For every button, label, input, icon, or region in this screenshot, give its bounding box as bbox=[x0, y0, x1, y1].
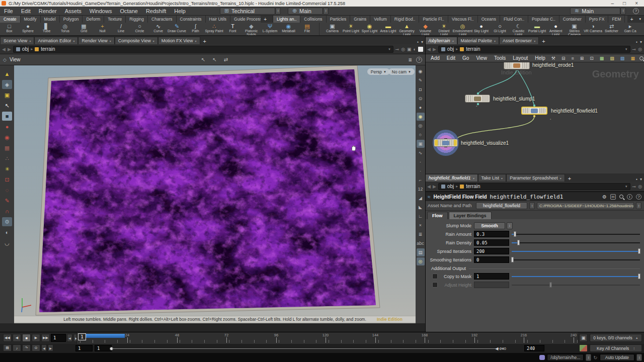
add-shelf-tab-button[interactable]: + bbox=[627, 16, 636, 23]
new-pane-tab-button[interactable]: + bbox=[200, 38, 209, 44]
network-menu-item[interactable]: Add bbox=[427, 55, 443, 61]
tab-menu-icon[interactable]: ▾ bbox=[452, 39, 454, 43]
pane-tab-take-list[interactable]: Take List▾ bbox=[478, 174, 507, 182]
forward-icon[interactable]: ▶ bbox=[433, 184, 436, 189]
prev-key-button[interactable]: ◀ bbox=[67, 334, 72, 342]
display-option-icon[interactable]: 12 bbox=[417, 185, 425, 193]
shelf-tool[interactable]: + Null bbox=[93, 23, 112, 33]
display-option-icon[interactable]: ◎ bbox=[417, 122, 425, 130]
main-selector[interactable]: ⊕ Main bbox=[288, 8, 323, 15]
shelf-tab[interactable]: Rigging bbox=[126, 16, 148, 23]
path-dropdown-icon[interactable]: ▾ bbox=[388, 47, 390, 51]
follow-playbar-icon[interactable]: ↷ bbox=[22, 344, 31, 351]
go-to-start-button[interactable]: ◀◀ bbox=[3, 334, 12, 342]
display-option-icon[interactable]: ⊙ bbox=[417, 95, 425, 103]
realtime-toggle-icon[interactable]: ⊙ bbox=[32, 344, 40, 351]
dropdown-spinner[interactable]: ↕ bbox=[507, 222, 513, 229]
pane-split-icon[interactable]: ▾ bbox=[640, 177, 642, 182]
pane-tab[interactable]: Render View▾ bbox=[78, 37, 114, 44]
tab-menu-icon[interactable]: ▾ bbox=[195, 39, 197, 43]
menu-item[interactable]: Redshift bbox=[142, 8, 170, 14]
display-option-icon[interactable]: ≣ bbox=[417, 230, 425, 238]
menu-item[interactable]: Render bbox=[35, 8, 61, 14]
range-slide-right-icon[interactable]: ▶ bbox=[48, 344, 53, 351]
shelf-tool[interactable]: / Line bbox=[112, 23, 130, 33]
pane-tab-parameters[interactable]: heightfield_flowfield1▾ bbox=[425, 174, 478, 182]
pin-icon[interactable]: ⊸ bbox=[632, 47, 636, 52]
asset-path-field[interactable]: C:/PROGRA~1/SIDEEF~1/HOUDIN~1.258/houdin… bbox=[537, 202, 634, 209]
close-button[interactable]: × bbox=[635, 1, 638, 6]
path-dropdown-icon[interactable]: ▾ bbox=[625, 47, 627, 51]
search-icon[interactable] bbox=[639, 56, 643, 60]
shelf-tool[interactable]: T Font bbox=[223, 23, 242, 33]
pane-menu-icon[interactable]: ▪ bbox=[636, 40, 637, 44]
ghost-icon[interactable]: ◐ bbox=[414, 47, 416, 52]
toolbar-icon[interactable]: ∴ bbox=[2, 154, 12, 163]
toolbar-icon[interactable]: ◈ bbox=[2, 80, 12, 89]
add-shelf-tab-button[interactable]: + bbox=[261, 16, 270, 23]
shelf-tab[interactable]: Vellum bbox=[370, 16, 391, 23]
shelf-tab[interactable]: Particles bbox=[327, 16, 351, 23]
auto-update-dropdown[interactable]: Auto Update bbox=[600, 354, 634, 361]
pane-tab-material-palette[interactable]: Material Palette▾ bbox=[457, 37, 500, 44]
path-node[interactable]: terrain bbox=[41, 46, 55, 52]
shelf-tool[interactable]: ☀ Distant Light bbox=[435, 23, 453, 35]
display-option-icon[interactable]: ∙ bbox=[417, 167, 425, 175]
path-widget[interactable]: obj ▸ terrain ▾ bbox=[13, 46, 393, 53]
shelf-tab[interactable]: Grains bbox=[350, 16, 370, 23]
pane-splitter[interactable] bbox=[425, 36, 426, 332]
message-bubble-icon[interactable] bbox=[539, 355, 545, 360]
node-name-field[interactable]: heightfield_flowfield1 bbox=[490, 194, 599, 200]
shelf-tab[interactable]: Deform bbox=[83, 16, 104, 23]
forward-icon[interactable]: ▶ bbox=[8, 47, 11, 52]
node-heightfield-visualize[interactable] bbox=[434, 139, 458, 147]
toolbar-icon[interactable]: ▣ bbox=[2, 90, 12, 100]
pane-split-icon[interactable]: ▾ bbox=[421, 40, 423, 44]
shelf-tab[interactable]: Create bbox=[0, 16, 21, 23]
display-option-icon[interactable]: · bbox=[417, 158, 425, 166]
shelf-tab[interactable]: Pyro FX bbox=[586, 16, 609, 23]
new-pane-tab-button[interactable]: + bbox=[539, 38, 548, 44]
network-menu-item[interactable]: Go bbox=[459, 55, 472, 61]
network-editor[interactable]: Geometry Indie Edition heightfield_erode… bbox=[425, 62, 644, 173]
shelf-tool[interactable]: ● Sky Light bbox=[472, 23, 491, 33]
network-menu-item[interactable]: Layout bbox=[509, 55, 531, 61]
shelf-tool[interactable]: ◑ VR Camera bbox=[584, 23, 602, 33]
snapshot-box-icon[interactable]: ▣ bbox=[407, 47, 412, 52]
node-heightfield-slump[interactable] bbox=[465, 95, 490, 103]
shelf-tool[interactable]: Ψ L-System bbox=[261, 23, 279, 33]
param-value-field[interactable]: 200 bbox=[474, 248, 509, 254]
transform-icon[interactable]: ⇄ bbox=[224, 57, 228, 62]
tab-menu-icon[interactable]: ▾ bbox=[534, 39, 535, 43]
refresh-icon[interactable]: ↻ bbox=[593, 355, 597, 360]
shelf-tab[interactable]: FEM bbox=[608, 16, 625, 23]
menu-item[interactable]: Windows bbox=[86, 8, 116, 14]
path-widget[interactable]: obj ▸ terrain ▾ bbox=[438, 46, 630, 53]
menu-item[interactable]: Edit bbox=[17, 8, 35, 14]
shelf-tool[interactable]: □ Box bbox=[0, 23, 19, 33]
range-slide-left-icon[interactable]: ◀ bbox=[41, 344, 47, 351]
param-value-field[interactable]: 0 bbox=[474, 256, 509, 263]
viewport-help-icon[interactable]: ? bbox=[416, 57, 422, 63]
tools-icon[interactable]: ⚒ bbox=[550, 56, 557, 61]
shelf-tab[interactable]: Modify bbox=[21, 16, 41, 23]
pin-icon[interactable]: ⊸ bbox=[395, 47, 399, 52]
shelf-tab[interactable]: Oceans bbox=[478, 16, 500, 23]
network-menu-item[interactable]: Tools bbox=[491, 55, 509, 61]
toolbar-icon[interactable]: ⊡ bbox=[2, 175, 12, 184]
shelf-tab[interactable]: Guide Process bbox=[230, 16, 261, 23]
key-all-channels-dropdown[interactable]: Key All Channels ↕ bbox=[590, 344, 642, 352]
shelf-tool[interactable]: ● Sphere bbox=[19, 23, 37, 33]
asset-name-dropdown[interactable]: heightfield_flowfield bbox=[476, 202, 527, 209]
shelf-tab[interactable]: Populate C.. bbox=[528, 16, 559, 23]
keyframe-icon[interactable] bbox=[579, 344, 588, 352]
tab-layer-bindings[interactable]: Layer Bindings bbox=[449, 212, 492, 219]
thumbnails-icon[interactable]: ⊡ bbox=[588, 56, 595, 61]
network-box-icon[interactable]: ▧ bbox=[619, 56, 626, 61]
path-dropdown-icon[interactable]: ▾ bbox=[625, 185, 627, 189]
toolbar-icon[interactable]: ↖ bbox=[2, 101, 12, 110]
slump-mode-dropdown[interactable]: Smooth bbox=[474, 222, 505, 229]
slider-handle[interactable] bbox=[511, 257, 514, 262]
toolbar-icon[interactable]: ● bbox=[2, 122, 12, 131]
audio-icon[interactable]: ♪ bbox=[13, 344, 21, 351]
